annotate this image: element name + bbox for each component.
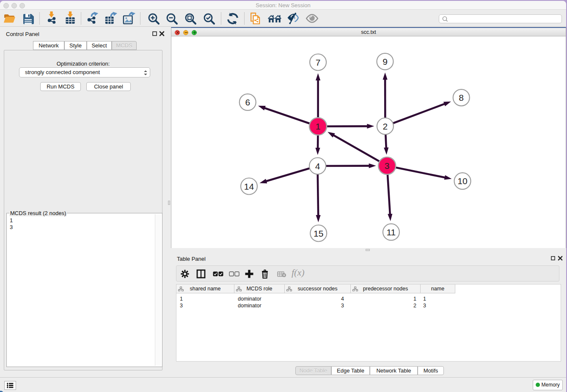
svg-text:2: 2 (383, 121, 388, 131)
svg-text:7: 7 (316, 58, 321, 67)
svg-text:8: 8 (459, 93, 464, 102)
svg-text:6: 6 (245, 97, 250, 107)
svg-text:10: 10 (457, 176, 467, 186)
svg-text:4: 4 (315, 161, 320, 171)
svg-text:1: 1 (316, 121, 321, 131)
svg-text:15: 15 (314, 229, 323, 238)
svg-text:11: 11 (386, 227, 396, 237)
svg-text:9: 9 (383, 57, 388, 66)
svg-text:14: 14 (244, 182, 254, 191)
svg-text:3: 3 (385, 161, 390, 171)
